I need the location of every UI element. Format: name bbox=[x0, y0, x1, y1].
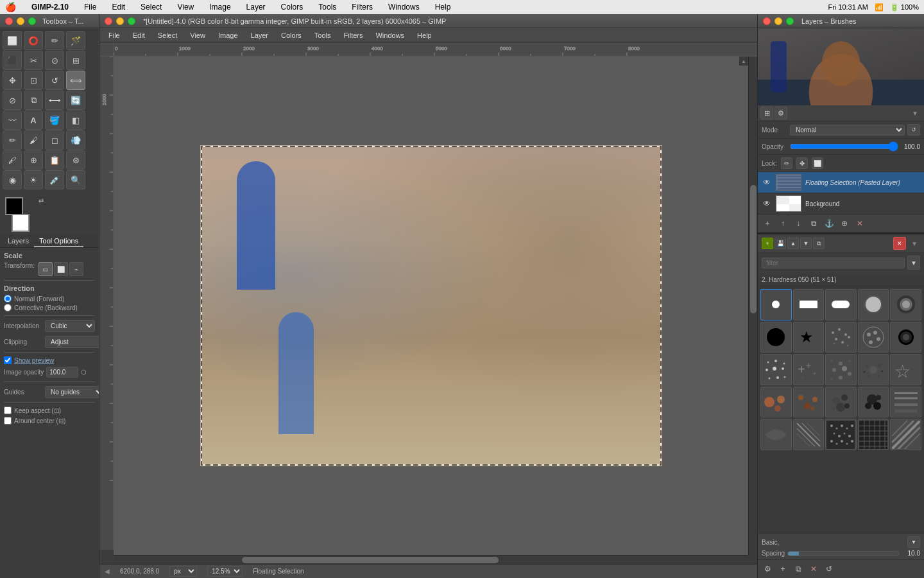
brush-item-14[interactable] bbox=[858, 354, 889, 385]
brush-item-21[interactable] bbox=[760, 419, 792, 450]
foreground-color[interactable] bbox=[5, 197, 23, 215]
image-opacity-input[interactable] bbox=[46, 367, 78, 378]
brush-item-23[interactable] bbox=[825, 419, 857, 450]
delete-layer-button[interactable]: ✕ bbox=[853, 216, 867, 231]
duplicate-brush-button[interactable]: ⧉ bbox=[791, 562, 805, 576]
brush-item-22[interactable] bbox=[793, 419, 825, 450]
brush-item-20[interactable] bbox=[890, 387, 921, 418]
brush-item-6[interactable] bbox=[760, 322, 792, 353]
brush-item-3[interactable] bbox=[825, 289, 857, 320]
anchor-layer-button[interactable]: ⚓ bbox=[822, 216, 836, 231]
menu-file[interactable]: File bbox=[81, 3, 99, 12]
brush-filter-input[interactable] bbox=[762, 258, 905, 268]
tool-scissors[interactable]: ✂ bbox=[24, 51, 43, 70]
tool-rotate[interactable]: ↺ bbox=[45, 71, 64, 90]
brush-item-19[interactable] bbox=[858, 387, 889, 418]
new-brush-icon[interactable]: + bbox=[762, 238, 773, 249]
menu-select[interactable]: Select bbox=[138, 3, 164, 12]
image-opacity-spinner[interactable]: ⬡ bbox=[81, 369, 87, 376]
brush-item-1[interactable] bbox=[760, 289, 792, 320]
duplicate-layer-button[interactable]: ⧉ bbox=[807, 216, 821, 231]
direction-corrective-radio[interactable] bbox=[4, 304, 12, 311]
gimp-menu-help[interactable]: Help bbox=[412, 30, 437, 40]
tool-blur[interactable]: ◉ bbox=[3, 170, 22, 189]
brush-item-11[interactable] bbox=[760, 354, 792, 385]
tool-rectangle-select[interactable]: ⬜ bbox=[3, 31, 22, 50]
mode-select[interactable]: Normal Dissolve Multiply Screen Overlay bbox=[790, 125, 905, 136]
tool-dodge-burn[interactable]: ☀ bbox=[24, 170, 43, 189]
gimp-menu-file[interactable]: File bbox=[103, 30, 125, 40]
raise-brush-icon[interactable]: ▲ bbox=[787, 238, 799, 249]
tool-smudge[interactable]: ⊛ bbox=[66, 150, 85, 170]
vertical-scrollbar[interactable] bbox=[748, 57, 757, 555]
canvas-maximize-button[interactable] bbox=[128, 17, 135, 25]
brush-item-25[interactable] bbox=[890, 419, 921, 450]
tool-paintbrush[interactable]: 🖌 bbox=[24, 130, 43, 150]
tool-fg-select[interactable]: ⊙ bbox=[45, 51, 64, 70]
tool-align[interactable]: ⊞ bbox=[66, 51, 85, 70]
refresh-brushes-button[interactable]: ↺ bbox=[822, 562, 836, 576]
show-preview-label[interactable]: Show preview bbox=[14, 357, 54, 364]
tool-free-select[interactable]: ✏ bbox=[45, 31, 64, 50]
tool-clone[interactable]: 📋 bbox=[45, 150, 64, 170]
brush-item-5[interactable] bbox=[890, 289, 921, 320]
vertical-scrollbar-thumb[interactable] bbox=[750, 185, 757, 313]
tool-crop[interactable]: ⊡ bbox=[24, 71, 43, 90]
scroll-left-icon[interactable]: ◀ bbox=[105, 568, 110, 575]
close-button[interactable] bbox=[5, 17, 13, 25]
tool-perspective[interactable]: ⧉ bbox=[24, 91, 43, 110]
tool-fuzzy-select[interactable]: 🪄 bbox=[66, 31, 85, 50]
layer-eye-floating[interactable]: 👁 bbox=[762, 177, 772, 188]
gimp-menu-select[interactable]: Select bbox=[153, 30, 183, 40]
brush-item-16[interactable] bbox=[760, 387, 792, 418]
tool-gradient[interactable]: ◧ bbox=[66, 110, 85, 130]
spacing-bar[interactable] bbox=[787, 551, 900, 556]
brush-item-8[interactable] bbox=[825, 322, 857, 353]
lock-alpha-icon[interactable]: ⬜ bbox=[812, 157, 823, 169]
gimp-menu-tools[interactable]: Tools bbox=[309, 30, 336, 40]
new-layer-button[interactable]: + bbox=[760, 216, 774, 231]
menu-windows[interactable]: Windows bbox=[386, 3, 422, 12]
swap-colors-icon[interactable]: ⇄ bbox=[38, 197, 44, 204]
canvas-close-button[interactable] bbox=[105, 17, 112, 25]
save-brush-icon[interactable]: 💾 bbox=[774, 238, 786, 249]
horizontal-scrollbar-thumb[interactable] bbox=[242, 557, 499, 563]
brush-item-24[interactable] bbox=[858, 419, 889, 450]
transform-layer-icon[interactable]: ▭ bbox=[38, 262, 53, 276]
mode-reset-icon[interactable]: ↺ bbox=[907, 124, 920, 136]
menu-image[interactable]: Image bbox=[207, 3, 233, 12]
transform-selection-icon[interactable]: ⬜ bbox=[54, 262, 68, 276]
delete-brush-button[interactable]: ✕ bbox=[807, 562, 821, 576]
gimp-menu-view[interactable]: View bbox=[185, 30, 210, 40]
clipping-select[interactable]: Adjust Clip Crop to result Crop with asp… bbox=[45, 336, 99, 348]
gimp-menu-edit[interactable]: Edit bbox=[128, 30, 150, 40]
direction-normal-radio[interactable] bbox=[4, 295, 12, 302]
tool-move[interactable]: ✥ bbox=[3, 71, 22, 90]
gimp-menu-layer[interactable]: Layer bbox=[246, 30, 274, 40]
gimp-menu-image[interactable]: Image bbox=[213, 30, 243, 40]
brushes-panel-menu[interactable]: ▼ bbox=[909, 238, 920, 249]
background-color[interactable] bbox=[12, 214, 30, 232]
interpolation-select[interactable]: Cubic Linear None NoHalo LoHalo bbox=[45, 320, 95, 332]
menu-view[interactable]: View bbox=[175, 3, 196, 12]
raise-layer-button[interactable]: ↑ bbox=[776, 216, 790, 231]
new-layer-group-icon[interactable]: ⊞ bbox=[760, 107, 773, 119]
menu-layer[interactable]: Layer bbox=[244, 3, 268, 12]
duplicate-brush-icon[interactable]: ⧉ bbox=[813, 238, 825, 249]
gimp-menu-windows[interactable]: Windows bbox=[370, 30, 409, 40]
menu-edit[interactable]: Edit bbox=[109, 3, 128, 12]
tool-text[interactable]: A bbox=[24, 110, 43, 130]
tool-scale[interactable]: ⟺ bbox=[66, 71, 85, 90]
show-preview-checkbox[interactable] bbox=[4, 356, 12, 364]
opacity-slider[interactable] bbox=[790, 141, 898, 152]
right-panel-close[interactable] bbox=[763, 17, 771, 25]
maximize-button[interactable] bbox=[28, 17, 36, 25]
menu-filters[interactable]: Filters bbox=[349, 3, 375, 12]
tool-bucket-fill[interactable]: 🪣 bbox=[45, 110, 64, 130]
tab-layers[interactable]: Layers bbox=[3, 236, 34, 247]
brush-item-4[interactable] bbox=[858, 289, 889, 320]
merge-down-button[interactable]: ⊕ bbox=[837, 216, 851, 231]
tool-heal[interactable]: ⊕ bbox=[24, 150, 43, 170]
horizontal-scrollbar[interactable] bbox=[114, 555, 748, 564]
tool-by-color[interactable]: ⬛ bbox=[3, 51, 22, 70]
